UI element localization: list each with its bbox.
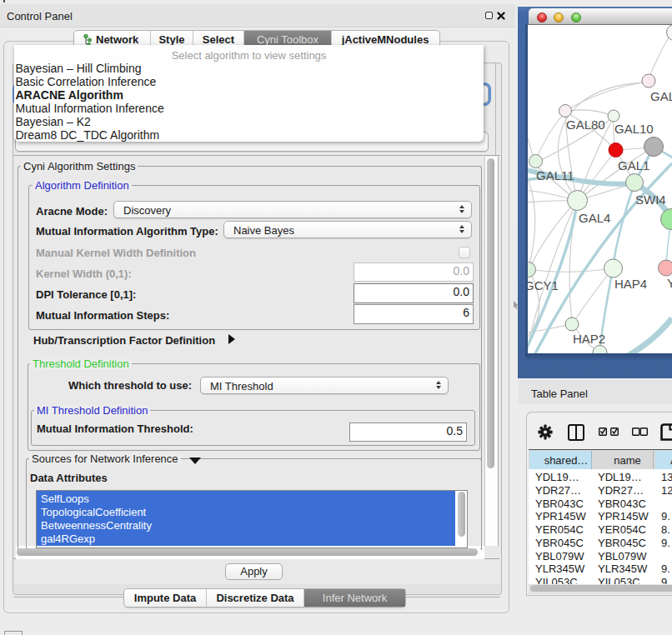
svg-text:HAP2: HAP2 xyxy=(573,332,605,346)
svg-text:Y: Y xyxy=(667,276,672,290)
svg-text:GAL4: GAL4 xyxy=(579,211,610,225)
svg-text:GAL1: GAL1 xyxy=(618,158,649,172)
svg-text:GAL10: GAL10 xyxy=(614,122,654,136)
svg-text:SWI4: SWI4 xyxy=(635,192,666,207)
svg-text:HAP4: HAP4 xyxy=(614,277,647,291)
svg-text:GAL11: GAL11 xyxy=(536,168,574,182)
svg-text:GCY1: GCY1 xyxy=(528,278,559,292)
svg-text:GAL80: GAL80 xyxy=(566,118,605,132)
svg-text:GAL7: GAL7 xyxy=(650,89,672,103)
